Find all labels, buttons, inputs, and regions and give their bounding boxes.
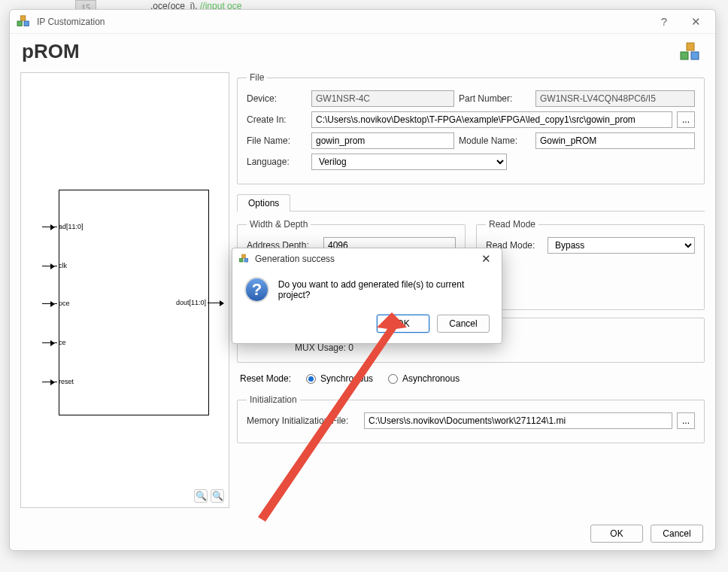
initialization-legend: Initialization bbox=[247, 394, 300, 405]
language-label: Language: bbox=[247, 157, 307, 167]
modal-close-button[interactable]: ✕ bbox=[477, 252, 496, 266]
app-cubes-icon bbox=[16, 15, 32, 29]
create-in-label: Create In: bbox=[247, 114, 307, 125]
cancel-button[interactable]: Cancel bbox=[651, 525, 703, 543]
file-name-field[interactable] bbox=[311, 132, 454, 149]
svg-rect-0 bbox=[21, 15, 26, 20]
zoom-in-icon[interactable]: 🔍 bbox=[194, 489, 208, 503]
tab-options[interactable]: Options bbox=[237, 194, 290, 211]
device-label: Device: bbox=[247, 93, 307, 104]
svg-rect-8 bbox=[244, 258, 248, 262]
ip-customization-window: IP Customization ? ✕ pROM ad[11:0] clk o… bbox=[9, 9, 716, 551]
zoom-out-icon[interactable]: 🔍 bbox=[211, 489, 224, 503]
reset-mode-label: Reset Mode: bbox=[240, 373, 291, 384]
svg-rect-7 bbox=[239, 258, 243, 262]
read-mode-legend: Read Mode bbox=[486, 219, 538, 230]
generation-success-dialog: Generation success ✕ ? Do you want to ad… bbox=[232, 248, 502, 344]
initialization-group: Initialization Memory Initialization Fil… bbox=[237, 394, 705, 443]
titlebar: IP Customization ? ✕ bbox=[10, 10, 715, 34]
pin-label: reset bbox=[59, 378, 74, 385]
pin-label: oce bbox=[59, 300, 70, 307]
file-group: File Device: Part Number: Create In: ...… bbox=[237, 72, 705, 184]
pin-reset: reset bbox=[42, 377, 74, 386]
ip-name-heading: pROM bbox=[22, 40, 80, 63]
pin-label: dout[11:0] bbox=[176, 299, 206, 306]
ok-button[interactable]: OK bbox=[590, 525, 643, 543]
header-cubes-icon bbox=[678, 41, 703, 62]
pin-dout: dout[11:0] bbox=[176, 299, 223, 306]
reset-sync-radio[interactable]: Synchronous bbox=[306, 373, 373, 384]
pin-label: ce bbox=[59, 339, 66, 346]
modal-ok-button[interactable]: OK bbox=[377, 315, 429, 333]
device-field bbox=[311, 90, 454, 107]
radio-label: Asynchronous bbox=[402, 373, 460, 384]
svg-rect-5 bbox=[691, 52, 699, 59]
mux-usage-text: MUX Usage: 0 bbox=[295, 342, 353, 353]
pin-ad: ad[11:0] bbox=[42, 222, 83, 231]
svg-rect-1 bbox=[17, 21, 22, 26]
svg-rect-6 bbox=[242, 254, 246, 258]
pin-ce: ce bbox=[42, 338, 66, 347]
browse-create-in-button[interactable]: ... bbox=[677, 111, 695, 128]
question-icon: ? bbox=[244, 277, 269, 303]
modal-cancel-button[interactable]: Cancel bbox=[437, 315, 490, 333]
modal-message: Do you want to add generated file(s) to … bbox=[278, 279, 490, 300]
mem-init-file-label: Memory Initialization File: bbox=[247, 415, 359, 426]
close-button[interactable]: ✕ bbox=[682, 15, 709, 29]
file-name-label: File Name: bbox=[247, 135, 307, 146]
pin-label: ad[11:0] bbox=[59, 223, 83, 230]
read-mode-group: Read Mode Read Mode: Bypass bbox=[476, 219, 705, 310]
part-number-field bbox=[535, 90, 695, 107]
dialog-footer: OK Cancel bbox=[10, 517, 715, 550]
read-mode-select[interactable]: Bypass bbox=[548, 237, 695, 254]
modal-cubes-icon bbox=[238, 254, 250, 264]
mem-init-file-field[interactable] bbox=[364, 412, 672, 429]
pin-clk: clk bbox=[42, 261, 67, 270]
width-depth-legend: Width & Depth bbox=[247, 219, 311, 230]
reset-async-radio[interactable]: Asynchronous bbox=[388, 373, 460, 384]
browse-init-file-button[interactable]: ... bbox=[677, 412, 695, 429]
part-number-label: Part Number: bbox=[459, 93, 531, 104]
options-tabs: Options bbox=[237, 193, 705, 211]
language-select[interactable]: Verilog bbox=[311, 154, 507, 170]
radio-label: Synchronous bbox=[320, 373, 373, 384]
module-name-field[interactable] bbox=[535, 132, 695, 149]
svg-rect-3 bbox=[687, 43, 694, 50]
window-title: IP Customization bbox=[37, 17, 646, 27]
pin-label: clk bbox=[59, 262, 67, 269]
block-preview-pane: ad[11:0] clk oce ce reset dout[11:0] 🔍 🔍 bbox=[20, 72, 229, 508]
file-legend: File bbox=[247, 72, 267, 83]
svg-rect-2 bbox=[24, 21, 29, 26]
pin-oce: oce bbox=[42, 299, 70, 308]
svg-rect-4 bbox=[681, 52, 688, 59]
create-in-field[interactable] bbox=[311, 111, 672, 128]
header: pROM bbox=[10, 34, 715, 72]
modal-title: Generation success bbox=[255, 254, 472, 264]
module-name-label: Module Name: bbox=[459, 135, 531, 146]
help-button[interactable]: ? bbox=[651, 15, 678, 28]
